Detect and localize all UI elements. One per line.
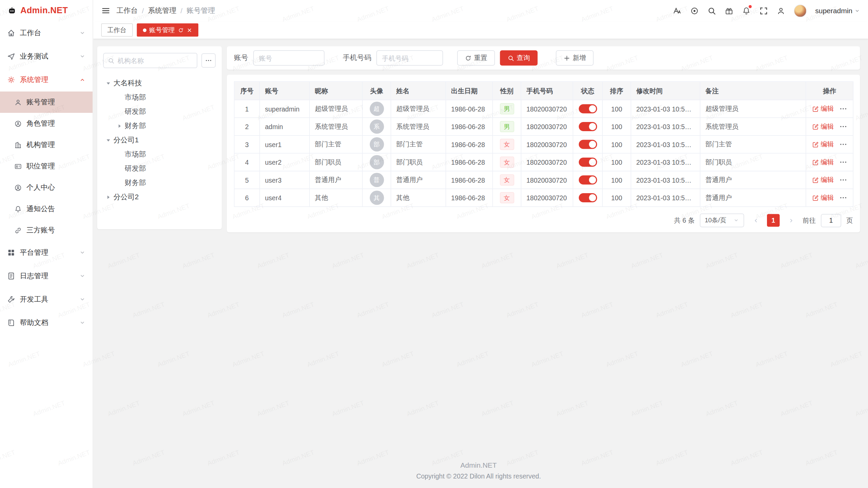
org-tree-node-label: 分公司1 <box>114 136 139 145</box>
reset-button[interactable]: 重置 <box>457 50 495 66</box>
tab-workbench[interactable]: 工作台 <box>101 23 133 37</box>
breadcrumb-item[interactable]: 工作台 <box>117 6 138 15</box>
org-tree-node[interactable]: 分公司1 <box>103 133 216 147</box>
org-search-input[interactable] <box>118 57 193 64</box>
gender-badge: 女 <box>500 139 514 150</box>
notification-button[interactable] <box>742 6 751 15</box>
theme-icon[interactable] <box>690 6 699 15</box>
table-row: 6user4其他其其他1986-06-28女180200307201002023… <box>234 189 853 207</box>
gender-badge: 男 <box>500 121 514 132</box>
status-toggle[interactable] <box>578 122 597 131</box>
edit-icon <box>812 105 819 112</box>
cell-avatar: 超 <box>362 100 391 118</box>
goto-page-input[interactable] <box>821 214 841 227</box>
avatar[interactable] <box>794 4 807 17</box>
sidebar-item-personal-center[interactable]: 个人中心 <box>0 177 93 198</box>
font-size-icon[interactable] <box>673 6 682 15</box>
cell-birthdate: 1986-06-28 <box>446 189 493 207</box>
edit-button[interactable]: 编辑 <box>812 140 834 149</box>
edit-button[interactable]: 编辑 <box>812 104 834 114</box>
org-tree-node[interactable]: 财务部 <box>103 176 216 190</box>
cell-phone: 18020030720 <box>521 171 573 189</box>
org-icon <box>14 141 22 149</box>
total-count: 共 6 条 <box>674 216 695 225</box>
next-page-button[interactable] <box>785 214 798 227</box>
sidebar-item-workbench[interactable]: 工作台 <box>0 21 93 45</box>
row-more-icon[interactable] <box>839 176 847 184</box>
column-header: 备注 <box>700 82 806 100</box>
search-button[interactable]: 查询 <box>500 50 538 66</box>
org-tree-node[interactable]: 财务部 <box>103 119 216 133</box>
prev-page-button[interactable] <box>749 214 762 227</box>
cell-avatar: 部 <box>362 136 391 154</box>
org-tree-node[interactable]: 研发部 <box>103 105 216 119</box>
tab-close-icon[interactable] <box>186 27 192 33</box>
sidebar-item-account-management[interactable]: 账号管理 <box>0 92 93 113</box>
breadcrumb-item[interactable]: 系统管理 <box>148 6 176 15</box>
sidebar-item-log-management[interactable]: 日志管理 <box>0 264 93 288</box>
edit-button[interactable]: 编辑 <box>812 176 834 185</box>
page-1-button[interactable]: 1 <box>767 214 780 227</box>
row-more-icon[interactable] <box>839 140 847 148</box>
sidebar-item-org-management[interactable]: 机构管理 <box>0 134 93 156</box>
gift-icon[interactable] <box>725 6 733 15</box>
sidebar-item-label: 账号管理 <box>26 98 55 107</box>
collapse-menu-icon[interactable] <box>101 6 111 15</box>
search-icon[interactable] <box>707 6 716 15</box>
status-toggle[interactable] <box>578 104 597 114</box>
sidebar-item-third-party-account[interactable]: 三方账号 <box>0 220 93 241</box>
sidebar-item-notice-announcement[interactable]: 通知公告 <box>0 198 93 220</box>
page-size-select[interactable]: 10条/页 <box>699 214 744 227</box>
sidebar-item-dev-tools[interactable]: 开发工具 <box>0 288 93 311</box>
cell-name: 部门职员 <box>391 153 446 171</box>
sidebar-item-help-docs[interactable]: 帮助文档 <box>0 311 93 334</box>
org-tree-node[interactable]: 市场部 <box>103 147 216 162</box>
status-toggle[interactable] <box>578 140 597 149</box>
phone-input[interactable] <box>376 50 443 66</box>
sidebar-item-business-test[interactable]: 业务测试 <box>0 45 93 68</box>
gender-badge: 男 <box>500 103 514 115</box>
cell-avatar: 部 <box>362 153 391 171</box>
table-row: 2admin系统管理员系系统管理员1986-06-28男180200307201… <box>234 118 853 136</box>
status-toggle[interactable] <box>578 193 597 202</box>
sidebar-item-position-management[interactable]: 职位管理 <box>0 156 93 177</box>
profile-icon[interactable] <box>776 6 785 15</box>
cell-modified-time: 2023-01-03 10:59:44 <box>631 136 700 154</box>
row-more-icon[interactable] <box>839 158 847 166</box>
home-icon <box>7 29 15 37</box>
cell-name: 系统管理员 <box>391 118 446 136</box>
sidebar-item-label: 通知公告 <box>26 204 55 214</box>
user-menu[interactable]: superadmin <box>815 7 860 15</box>
sidebar-item-role-management[interactable]: 角色管理 <box>0 113 93 134</box>
org-tree-node[interactable]: 研发部 <box>103 162 216 176</box>
cell-modified-time: 2023-01-03 10:59:44 <box>631 189 700 207</box>
org-tree-node[interactable]: 市场部 <box>103 90 216 105</box>
account-input[interactable] <box>253 50 324 66</box>
edit-button[interactable]: 编辑 <box>812 122 834 131</box>
org-tree-node[interactable]: 分公司2 <box>103 190 216 204</box>
row-more-icon[interactable] <box>839 123 847 131</box>
status-toggle[interactable] <box>578 176 597 185</box>
cell-index: 6 <box>234 189 260 207</box>
org-tree-node-label: 财务部 <box>125 122 146 131</box>
org-tree-node[interactable]: 大名科技 <box>103 76 216 90</box>
caret-down-icon <box>105 80 112 86</box>
cell-name: 超级管理员 <box>391 100 446 118</box>
row-more-icon[interactable] <box>839 105 847 113</box>
sidebar-item-system-management[interactable]: 系统管理 <box>0 68 93 92</box>
sidebar-item-platform-management[interactable]: 平台管理 <box>0 241 93 264</box>
row-actions: 编辑 <box>811 193 848 202</box>
app-window: Admin.NET 工作台业务测试系统管理账号管理角色管理机构管理职位管理个人中… <box>0 0 868 488</box>
add-button[interactable]: 新增 <box>556 50 594 66</box>
fullscreen-icon[interactable] <box>759 6 768 15</box>
row-more-icon[interactable] <box>839 194 847 202</box>
app-logo[interactable]: Admin.NET <box>0 0 93 21</box>
tab-account-management[interactable]: 账号管理 <box>137 23 198 37</box>
account-table-panel: 序号账号昵称头像姓名出生日期性别手机号码状态排序修改时间备注操作1superad… <box>227 75 860 232</box>
edit-button[interactable]: 编辑 <box>812 158 834 167</box>
org-tree-more-button[interactable] <box>201 54 216 68</box>
tab-refresh-icon[interactable] <box>178 27 183 33</box>
status-toggle[interactable] <box>578 158 597 167</box>
edit-button[interactable]: 编辑 <box>812 193 834 202</box>
org-tree-node-label: 市场部 <box>125 93 146 102</box>
